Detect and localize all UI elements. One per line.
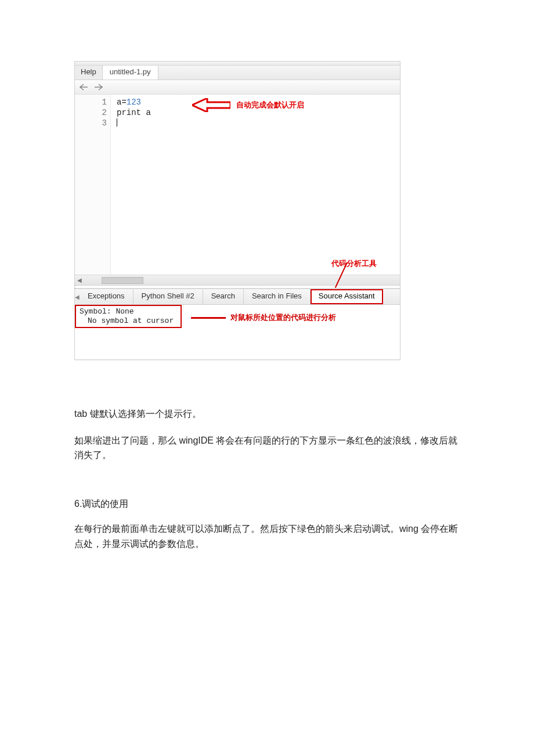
line-number: 3 [75,118,107,128]
section-heading: 6.调试的使用 [74,496,460,512]
tab-search[interactable]: Search [203,289,244,304]
annotation-cursor-analysis: 对鼠标所处位置的代码进行分析 [191,313,336,322]
document-body: tab 键默认选择第一个提示行。 如果缩进出了问题，那么 wingIDE 将会在… [74,406,460,552]
nav-forward-icon[interactable] [95,84,103,91]
paragraph: 如果缩进出了问题，那么 wingIDE 将会在有问题的行的下方显示一条红色的波浪… [74,433,460,463]
window-top-strip [75,62,400,66]
editor-area[interactable]: 1 2 3 a=123 print a 自动完成会默认开启 代码分析工具 [75,95,400,275]
tab-source-assistant[interactable]: Source Assistant [311,289,383,304]
ide-screenshot: Help untitled-1.py 1 2 3 a=123 print a [74,61,400,360]
bottom-tabs: ◀ Exceptions Python Shell #2 Search Sear… [75,289,400,305]
scroll-thumb[interactable] [102,277,143,284]
scroll-left-icon[interactable]: ◀ [77,277,82,283]
nav-back-icon[interactable] [80,84,88,91]
annotation-autocomplete: 自动完成会默认开启 [192,98,304,112]
panel-divider[interactable] [75,285,400,289]
tab-python-shell[interactable]: Python Shell #2 [134,289,203,304]
paragraph: 在每行的最前面单击左键就可以添加断点了。然后按下绿色的箭头来启动调试。wing … [74,521,460,551]
menu-bar: Help untitled-1.py [75,66,400,80]
source-assistant-panel: Symbol: None No symbol at cursor 对鼠标所处位置… [75,305,400,359]
line-number: 2 [75,107,107,118]
editor-scrollbar[interactable]: ◀ [75,275,400,285]
code-content[interactable]: a=123 print a 自动完成会默认开启 代码分析工具 [111,95,400,275]
text-cursor [117,118,117,127]
annotation-text: 自动完成会默认开启 [236,100,304,110]
annotation-code-analysis: 代码分析工具 [331,258,377,269]
tab-search-in-files[interactable]: Search in Files [244,289,311,304]
file-tab[interactable]: untitled-1.py [103,66,158,80]
annotation-text: 对鼠标所处位置的代码进行分析 [230,313,336,322]
line-number: 1 [75,97,107,107]
line-gutter: 1 2 3 [75,95,111,275]
code-line [117,118,400,128]
annotation-dash [191,317,226,319]
tab-exceptions[interactable]: Exceptions [80,289,134,304]
arrow-left-icon [192,98,230,112]
help-menu[interactable]: Help [75,66,103,80]
tab-scroll-left-icon[interactable]: ◀ [75,289,80,304]
paragraph: tab 键默认选择第一个提示行。 [74,406,460,422]
nav-bar [75,80,400,95]
